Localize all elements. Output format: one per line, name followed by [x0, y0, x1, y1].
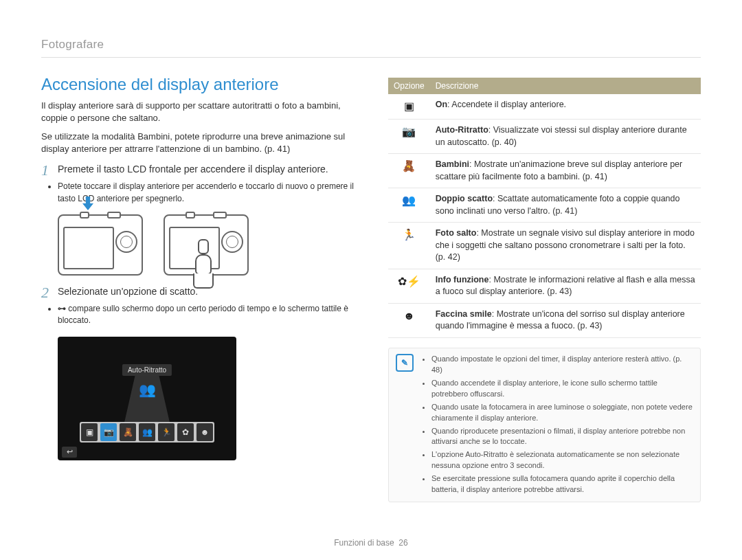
table-row: ✿⚡ Info funzione: Mostrate le informazio…	[388, 269, 701, 303]
step-2-bullets: ⊶ compare sullo schermo dopo un certo pe…	[58, 303, 354, 327]
option-info-icon[interactable]: ✿	[177, 423, 194, 441]
row-desc: On: Accendete il display anteriore.	[430, 94, 701, 120]
col-header-option: Opzione	[388, 78, 430, 94]
note-item: Quando impostate le opzioni del timer, i…	[431, 354, 693, 376]
bullet-item: Potete toccare il display anteriore per …	[58, 181, 354, 205]
table-row: ▣ On: Accendete il display anteriore.	[388, 94, 701, 120]
camera-shutter-icon	[213, 212, 227, 219]
footer-page-number: 26	[398, 538, 407, 548]
intro-paragraph-1: Il display anteriore sarà di supporto pe…	[41, 100, 354, 124]
page-title: Accensione del display anteriore	[41, 75, 354, 94]
self-portrait-icon: 📷	[388, 120, 430, 154]
camera-button-icon	[80, 212, 89, 219]
table-row: 🧸 Bambini: Mostrate un'animazione breve …	[388, 154, 701, 188]
lock-key-icon: ⊶	[58, 304, 66, 313]
page-footer: Funzioni di base 26	[0, 538, 742, 548]
note-item: Quando accendete il display anteriore, l…	[431, 378, 693, 400]
jump-icon: 🏃	[388, 223, 430, 269]
camera-illustrations	[58, 214, 354, 276]
couple-icon: 👥	[388, 188, 430, 223]
row-desc: Bambini: Mostrate un'animazione breve su…	[430, 154, 701, 188]
intro-paragraph-2: Se utilizzate la modalità Bambini, potet…	[41, 131, 354, 155]
bullet-text: compare sullo schermo dopo un certo peri…	[58, 304, 348, 325]
step-number: 1	[41, 163, 52, 178]
camera-lens-icon	[221, 231, 243, 253]
two-column-layout: Accensione del display anteriore Il disp…	[41, 75, 701, 502]
self-portrait-icon: 👥	[133, 379, 161, 400]
table-row: 📷 Auto-Ritratto: Visualizzate voi stessi…	[388, 120, 701, 154]
options-table: Opzione Descrizione ▣ On: Accendete il d…	[388, 78, 701, 338]
row-desc: Faccina smile: Mostrate un'icona del sor…	[430, 303, 701, 337]
camera-front-screen-icon	[63, 227, 114, 269]
col-header-description: Descrizione	[430, 78, 701, 94]
row-desc: Doppio scatto: Scattate automaticamente …	[430, 188, 701, 223]
step-1-bullets: Potete toccare il display anteriore per …	[58, 181, 354, 205]
note-item: Quando riproducete presentazioni o filma…	[431, 426, 693, 448]
left-column: Accensione del display anteriore Il disp…	[41, 75, 354, 502]
step-1: 1 Premete il tasto LCD frontale per acce…	[41, 163, 354, 178]
mode-label: Auto-Ritratto	[122, 364, 172, 376]
hand-touch-icon	[192, 243, 214, 284]
camera-shutter-icon	[107, 212, 121, 219]
option-on-icon[interactable]: ▣	[81, 423, 98, 441]
camera-touch	[164, 214, 249, 276]
back-button[interactable]: ↩	[62, 447, 77, 458]
info-function-icon: ✿⚡	[388, 269, 430, 303]
camera-button-icon	[186, 212, 195, 219]
children-icon: 🧸	[388, 154, 430, 188]
option-self-portrait-icon[interactable]: 📷	[100, 423, 117, 441]
note-item: L'opzione Auto-Ritratto è selezionata au…	[431, 449, 693, 471]
option-jump-icon[interactable]: 🏃	[158, 423, 175, 441]
option-smile-icon[interactable]: ☻	[196, 423, 213, 441]
table-row: ☻ Faccina smile: Mostrate un'icona del s…	[388, 303, 701, 337]
option-strip: ▣ 📷 🧸 👥 🏃 ✿ ☻	[80, 422, 214, 443]
note-icon: ✎	[396, 354, 414, 372]
smile-icon: ☻	[388, 303, 430, 337]
option-couple-icon[interactable]: 👥	[139, 423, 155, 441]
row-desc: Info funzione: Mostrate le informazioni …	[430, 269, 701, 303]
table-header-row: Opzione Descrizione	[388, 78, 701, 94]
table-row: 👥 Doppio scatto: Scattate automaticament…	[388, 188, 701, 223]
note-item: Se esercitate pressione sulla fotocamera…	[431, 473, 693, 495]
note-item: Quando usate la fotocamera in aree lumin…	[431, 402, 693, 424]
row-desc: Auto-Ritratto: Visualizzate voi stessi s…	[430, 120, 701, 154]
camera-lens-icon	[115, 231, 137, 253]
camera-ui-mock: Auto-Ritratto 👥 ▣ 📷 🧸 👥 🏃 ✿ ☻ ↩	[58, 337, 236, 460]
right-column: Opzione Descrizione ▣ On: Accendete il d…	[388, 75, 701, 502]
camera-front-press	[58, 214, 143, 276]
note-list: Quando impostate le opzioni del timer, i…	[420, 354, 693, 497]
row-desc: Foto salto: Mostrate un segnale visivo s…	[430, 223, 701, 269]
footer-section-label: Funzioni di base	[334, 538, 394, 548]
step-text: Premete il tasto LCD frontale per accend…	[58, 163, 354, 178]
option-children-icon[interactable]: 🧸	[120, 423, 136, 441]
table-row: 🏃 Foto salto: Mostrate un segnale visivo…	[388, 223, 701, 269]
on-icon: ▣	[388, 94, 430, 120]
step-number: 2	[41, 285, 52, 300]
note-box: ✎ Quando impostate le opzioni del timer,…	[388, 348, 701, 502]
bullet-item: ⊶ compare sullo schermo dopo un certo pe…	[58, 303, 354, 327]
breadcrumb: Fotografare	[41, 38, 701, 58]
